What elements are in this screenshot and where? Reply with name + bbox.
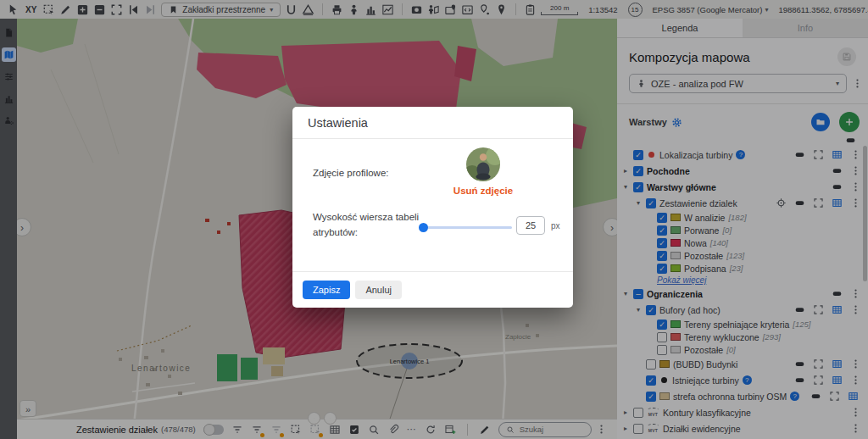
settings-dialog: Ustawienia Zdjęcie profilowe: Usuń zdjęc… <box>292 107 573 308</box>
row-height-slider[interactable] <box>420 226 512 229</box>
avatar <box>466 147 500 181</box>
unit-label: px <box>551 221 560 231</box>
dialog-title: Ustawienia <box>292 107 573 139</box>
remove-photo-link[interactable]: Usuń zdjęcie <box>424 186 542 196</box>
cancel-button[interactable]: Anuluj <box>355 281 402 299</box>
slider-thumb[interactable] <box>419 223 428 232</box>
row-height-label: Wysokość wiersza tabeli atrybutów: <box>313 210 423 241</box>
save-button[interactable]: Zapisz <box>303 281 350 299</box>
profile-photo-label: Zdjęcie profilowe: <box>313 168 388 178</box>
row-height-input[interactable] <box>516 216 545 235</box>
divider <box>292 271 573 272</box>
